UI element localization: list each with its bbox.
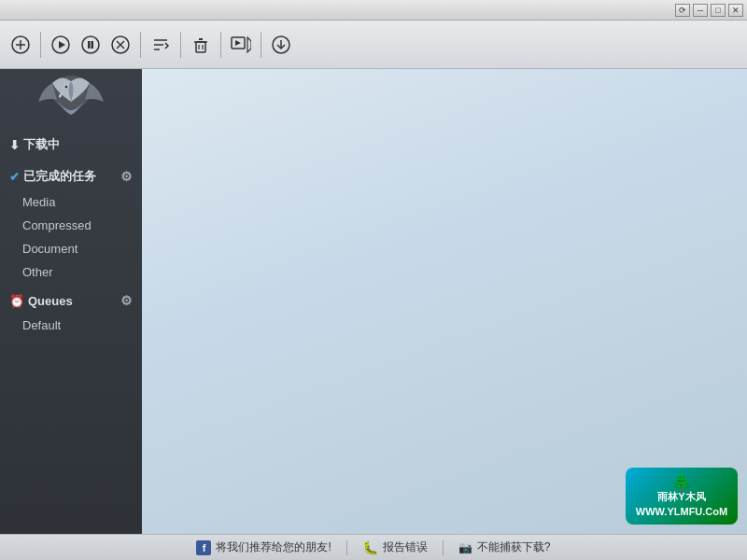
- downloading-header[interactable]: ⬇ 下载中: [0, 131, 142, 159]
- queues-gear-icon[interactable]: ⚙: [120, 293, 133, 308]
- separator-2: [140, 32, 141, 58]
- bug-text: 报告错误: [383, 539, 428, 555]
- status-bug[interactable]: 🐛 报告错误: [347, 539, 443, 555]
- sidebar-item-media[interactable]: Media: [0, 190, 142, 214]
- completed-section: ✔ 已完成的任务 ⚙ Media Compressed Document Oth…: [0, 161, 142, 286]
- play-button[interactable]: [48, 32, 74, 58]
- minimize-button[interactable]: ─: [693, 4, 708, 17]
- document-label: Document: [22, 242, 78, 256]
- separator-4: [220, 32, 221, 58]
- restore-button[interactable]: ⟳: [675, 4, 690, 17]
- svg-rect-7: [92, 41, 94, 49]
- completed-header[interactable]: ✔ 已完成的任务 ⚙: [0, 162, 142, 190]
- svg-marker-21: [235, 40, 241, 46]
- app-logo: [0, 73, 142, 129]
- window-controls: ⟳ ─ □ ✕: [675, 4, 743, 17]
- close-button[interactable]: ✕: [728, 4, 743, 17]
- sort-button[interactable]: [148, 32, 174, 58]
- downloading-section: ⬇ 下载中: [0, 129, 142, 161]
- status-facebook[interactable]: f 将我们推荐给您的朋友!: [181, 539, 345, 555]
- svg-marker-20: [247, 37, 251, 52]
- bug-icon: 🐛: [362, 540, 378, 555]
- capture-text: 不能捕获下载?: [477, 539, 551, 555]
- delete-button[interactable]: [188, 32, 214, 58]
- sidebar-item-document[interactable]: Document: [0, 237, 142, 260]
- watermark: 🌲 雨林Y木风 WWW.YLMFU.CoM: [626, 468, 738, 525]
- sidebar-item-default[interactable]: Default: [0, 314, 142, 337]
- queues-label: Queues: [28, 294, 73, 308]
- completed-label: 已完成的任务: [23, 168, 96, 185]
- watermark-line2: WWW.YLMFU.CoM: [635, 505, 728, 519]
- default-label: Default: [22, 318, 61, 332]
- queues-header[interactable]: ⏰ Queues ⚙: [0, 287, 142, 314]
- svg-point-5: [82, 36, 99, 53]
- sidebar: ⬇ 下载中 ✔ 已完成的任务 ⚙ Media Compressed Do: [0, 69, 142, 534]
- media-button[interactable]: [228, 32, 254, 58]
- separator-3: [180, 32, 181, 58]
- svg-marker-4: [59, 41, 65, 49]
- main-content: 🌲 雨林Y木风 WWW.YLMFU.CoM: [142, 69, 747, 534]
- separator-1: [40, 32, 41, 58]
- media-label: Media: [22, 195, 55, 209]
- svg-rect-14: [196, 42, 205, 52]
- sidebar-item-other[interactable]: Other: [0, 260, 142, 284]
- compressed-label: Compressed: [22, 218, 92, 232]
- queues-section: ⏰ Queues ⚙ Default: [0, 286, 142, 339]
- app-container: ⬇ 下载中 ✔ 已完成的任务 ⚙ Media Compressed Do: [0, 21, 747, 560]
- svg-point-26: [65, 85, 68, 88]
- watermark-line1: 雨林Y木风: [635, 490, 728, 504]
- pause-button[interactable]: [78, 32, 104, 58]
- status-capture[interactable]: 📷 不能捕获下载?: [444, 539, 566, 555]
- tree-icon: 🌲: [635, 473, 728, 490]
- sidebar-item-compressed[interactable]: Compressed: [0, 214, 142, 237]
- download-icon: ⬇: [9, 138, 20, 152]
- separator-5: [261, 32, 261, 58]
- facebook-icon: f: [196, 540, 211, 555]
- svg-rect-6: [88, 41, 91, 49]
- clock-icon: ⏰: [9, 294, 24, 308]
- capture-icon: 📷: [458, 541, 472, 554]
- facebook-text: 将我们推荐给您的朋友!: [216, 539, 331, 555]
- add-button[interactable]: [7, 32, 34, 58]
- body: ⬇ 下载中 ✔ 已完成的任务 ⚙ Media Compressed Do: [0, 69, 747, 534]
- check-icon: ✔: [9, 170, 20, 184]
- status-bar: f 将我们推荐给您的朋友! 🐛 报告错误 📷 不能捕获下载?: [0, 534, 747, 560]
- title-bar: ⟳ ─ □ ✕: [0, 0, 747, 21]
- download-arrow-button[interactable]: [268, 32, 294, 58]
- other-label: Other: [22, 265, 53, 279]
- downloading-label: 下载中: [23, 136, 60, 153]
- toolbar: [0, 21, 747, 69]
- maximize-button[interactable]: □: [711, 4, 726, 17]
- stop-button[interactable]: [107, 32, 134, 58]
- completed-gear-icon[interactable]: ⚙: [120, 169, 133, 184]
